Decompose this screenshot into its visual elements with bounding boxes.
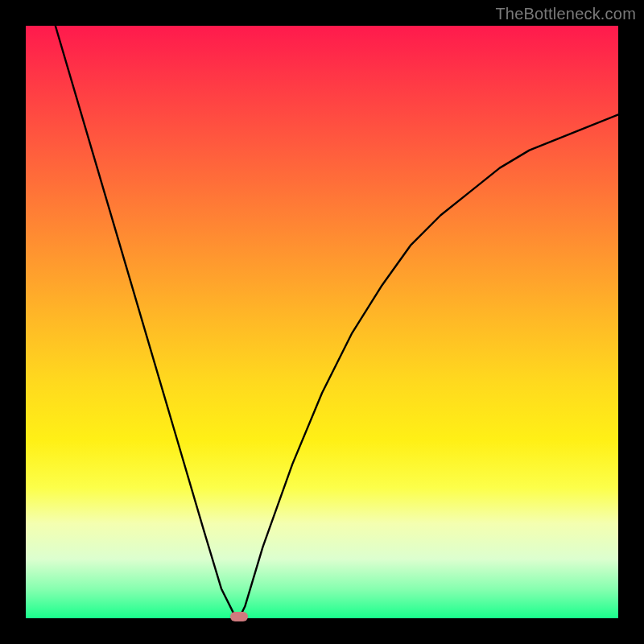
plot-area: [26, 26, 618, 618]
bottleneck-curve: [26, 26, 618, 618]
chart-frame: TheBottleneck.com: [0, 0, 644, 644]
watermark-text: TheBottleneck.com: [495, 5, 636, 23]
minimum-marker: [230, 612, 248, 621]
